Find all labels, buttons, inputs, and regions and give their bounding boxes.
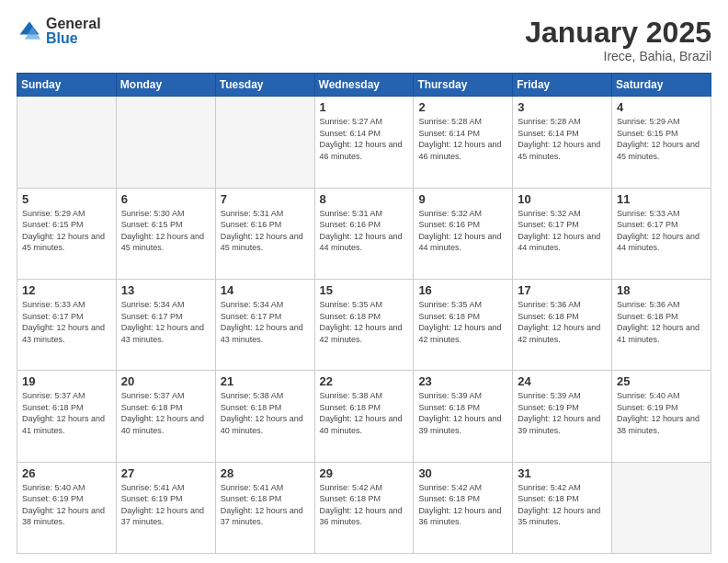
logo-icon	[17, 18, 42, 44]
logo: General Blue	[17, 17, 101, 46]
day-info: Sunrise: 5:29 AM Sunset: 6:15 PM Dayligh…	[617, 116, 706, 162]
day-info: Sunrise: 5:33 AM Sunset: 6:17 PM Dayligh…	[22, 299, 111, 345]
day-info: Sunrise: 5:32 AM Sunset: 6:17 PM Dayligh…	[518, 208, 607, 254]
table-row: 15Sunrise: 5:35 AM Sunset: 6:18 PM Dayli…	[314, 279, 414, 370]
table-row: 27Sunrise: 5:41 AM Sunset: 6:19 PM Dayli…	[116, 462, 215, 553]
day-info: Sunrise: 5:35 AM Sunset: 6:18 PM Dayligh…	[320, 299, 409, 345]
table-row: 13Sunrise: 5:34 AM Sunset: 6:17 PM Dayli…	[116, 279, 215, 370]
col-thursday: Thursday	[414, 74, 513, 97]
table-row: 5Sunrise: 5:29 AM Sunset: 6:15 PM Daylig…	[17, 188, 117, 279]
day-number: 18	[617, 283, 706, 297]
day-info: Sunrise: 5:39 AM Sunset: 6:18 PM Dayligh…	[418, 390, 507, 436]
table-row: 7Sunrise: 5:31 AM Sunset: 6:16 PM Daylig…	[215, 188, 314, 279]
table-row: 21Sunrise: 5:38 AM Sunset: 6:18 PM Dayli…	[215, 371, 314, 462]
day-number: 29	[320, 466, 409, 480]
table-row: 4Sunrise: 5:29 AM Sunset: 6:15 PM Daylig…	[612, 97, 711, 188]
day-number: 13	[121, 283, 210, 297]
day-info: Sunrise: 5:38 AM Sunset: 6:18 PM Dayligh…	[320, 390, 409, 436]
table-row: 9Sunrise: 5:32 AM Sunset: 6:16 PM Daylig…	[414, 188, 513, 279]
day-number: 8	[320, 192, 409, 206]
table-row: 26Sunrise: 5:40 AM Sunset: 6:19 PM Dayli…	[17, 462, 117, 553]
day-number: 6	[121, 192, 210, 206]
table-row	[17, 97, 117, 188]
logo-text: General Blue	[46, 17, 101, 46]
day-info: Sunrise: 5:39 AM Sunset: 6:19 PM Dayligh…	[518, 390, 607, 436]
col-sunday: Sunday	[17, 74, 117, 97]
table-row: 2Sunrise: 5:28 AM Sunset: 6:14 PM Daylig…	[414, 97, 513, 188]
day-number: 22	[320, 374, 409, 388]
day-info: Sunrise: 5:42 AM Sunset: 6:18 PM Dayligh…	[418, 482, 507, 528]
month-title: January 2025	[525, 17, 711, 49]
day-number: 17	[518, 283, 607, 297]
day-info: Sunrise: 5:40 AM Sunset: 6:19 PM Dayligh…	[22, 482, 111, 528]
calendar-week-row: 19Sunrise: 5:37 AM Sunset: 6:18 PM Dayli…	[17, 371, 711, 462]
table-row: 14Sunrise: 5:34 AM Sunset: 6:17 PM Dayli…	[215, 279, 314, 370]
table-row: 31Sunrise: 5:42 AM Sunset: 6:18 PM Dayli…	[513, 462, 612, 553]
day-number: 9	[418, 192, 507, 206]
day-number: 25	[617, 374, 706, 388]
day-info: Sunrise: 5:30 AM Sunset: 6:15 PM Dayligh…	[121, 208, 210, 254]
day-info: Sunrise: 5:33 AM Sunset: 6:17 PM Dayligh…	[617, 208, 706, 254]
day-info: Sunrise: 5:36 AM Sunset: 6:18 PM Dayligh…	[617, 299, 706, 345]
day-info: Sunrise: 5:34 AM Sunset: 6:17 PM Dayligh…	[221, 299, 310, 345]
day-number: 4	[617, 100, 706, 114]
day-number: 1	[320, 100, 409, 114]
day-info: Sunrise: 5:41 AM Sunset: 6:19 PM Dayligh…	[121, 482, 210, 528]
day-info: Sunrise: 5:31 AM Sunset: 6:16 PM Dayligh…	[320, 208, 409, 254]
header: General Blue January 2025 Irece, Bahia, …	[17, 17, 711, 63]
day-number: 20	[121, 374, 210, 388]
day-number: 16	[418, 283, 507, 297]
table-row	[612, 462, 711, 553]
day-info: Sunrise: 5:40 AM Sunset: 6:19 PM Dayligh…	[617, 390, 706, 436]
day-number: 14	[221, 283, 310, 297]
day-number: 28	[221, 466, 310, 480]
calendar-week-row: 5Sunrise: 5:29 AM Sunset: 6:15 PM Daylig…	[17, 188, 711, 279]
day-number: 27	[121, 466, 210, 480]
table-row: 23Sunrise: 5:39 AM Sunset: 6:18 PM Dayli…	[414, 371, 513, 462]
table-row: 30Sunrise: 5:42 AM Sunset: 6:18 PM Dayli…	[414, 462, 513, 553]
table-row: 6Sunrise: 5:30 AM Sunset: 6:15 PM Daylig…	[116, 188, 215, 279]
day-number: 2	[418, 100, 507, 114]
day-info: Sunrise: 5:27 AM Sunset: 6:14 PM Dayligh…	[320, 116, 409, 162]
day-number: 12	[22, 283, 111, 297]
day-info: Sunrise: 5:36 AM Sunset: 6:18 PM Dayligh…	[518, 299, 607, 345]
col-tuesday: Tuesday	[215, 74, 314, 97]
table-row	[116, 97, 215, 188]
logo-general: General	[46, 17, 101, 31]
day-number: 26	[22, 466, 111, 480]
col-wednesday: Wednesday	[314, 74, 414, 97]
day-number: 5	[22, 192, 111, 206]
page: General Blue January 2025 Irece, Bahia, …	[0, 0, 728, 563]
day-number: 11	[617, 192, 706, 206]
table-row: 18Sunrise: 5:36 AM Sunset: 6:18 PM Dayli…	[612, 279, 711, 370]
calendar-week-row: 12Sunrise: 5:33 AM Sunset: 6:17 PM Dayli…	[17, 279, 711, 370]
calendar-header-row: Sunday Monday Tuesday Wednesday Thursday…	[17, 74, 711, 97]
day-number: 21	[221, 374, 310, 388]
day-info: Sunrise: 5:37 AM Sunset: 6:18 PM Dayligh…	[121, 390, 210, 436]
day-info: Sunrise: 5:42 AM Sunset: 6:18 PM Dayligh…	[320, 482, 409, 528]
day-info: Sunrise: 5:32 AM Sunset: 6:16 PM Dayligh…	[418, 208, 507, 254]
day-number: 19	[22, 374, 111, 388]
col-saturday: Saturday	[612, 74, 711, 97]
table-row: 17Sunrise: 5:36 AM Sunset: 6:18 PM Dayli…	[513, 279, 612, 370]
table-row: 8Sunrise: 5:31 AM Sunset: 6:16 PM Daylig…	[314, 188, 414, 279]
day-number: 31	[518, 466, 607, 480]
table-row: 3Sunrise: 5:28 AM Sunset: 6:14 PM Daylig…	[513, 97, 612, 188]
day-info: Sunrise: 5:31 AM Sunset: 6:16 PM Dayligh…	[221, 208, 310, 254]
day-info: Sunrise: 5:37 AM Sunset: 6:18 PM Dayligh…	[22, 390, 111, 436]
day-info: Sunrise: 5:28 AM Sunset: 6:14 PM Dayligh…	[418, 116, 507, 162]
day-info: Sunrise: 5:34 AM Sunset: 6:17 PM Dayligh…	[121, 299, 210, 345]
table-row: 25Sunrise: 5:40 AM Sunset: 6:19 PM Dayli…	[612, 371, 711, 462]
table-row: 20Sunrise: 5:37 AM Sunset: 6:18 PM Dayli…	[116, 371, 215, 462]
day-number: 3	[518, 100, 607, 114]
table-row: 11Sunrise: 5:33 AM Sunset: 6:17 PM Dayli…	[612, 188, 711, 279]
calendar-table: Sunday Monday Tuesday Wednesday Thursday…	[17, 73, 711, 554]
table-row: 29Sunrise: 5:42 AM Sunset: 6:18 PM Dayli…	[314, 462, 414, 553]
calendar-week-row: 26Sunrise: 5:40 AM Sunset: 6:19 PM Dayli…	[17, 462, 711, 553]
day-info: Sunrise: 5:41 AM Sunset: 6:18 PM Dayligh…	[221, 482, 310, 528]
day-info: Sunrise: 5:38 AM Sunset: 6:18 PM Dayligh…	[221, 390, 310, 436]
day-info: Sunrise: 5:42 AM Sunset: 6:18 PM Dayligh…	[518, 482, 607, 528]
day-number: 7	[221, 192, 310, 206]
table-row: 22Sunrise: 5:38 AM Sunset: 6:18 PM Dayli…	[314, 371, 414, 462]
table-row: 1Sunrise: 5:27 AM Sunset: 6:14 PM Daylig…	[314, 97, 414, 188]
